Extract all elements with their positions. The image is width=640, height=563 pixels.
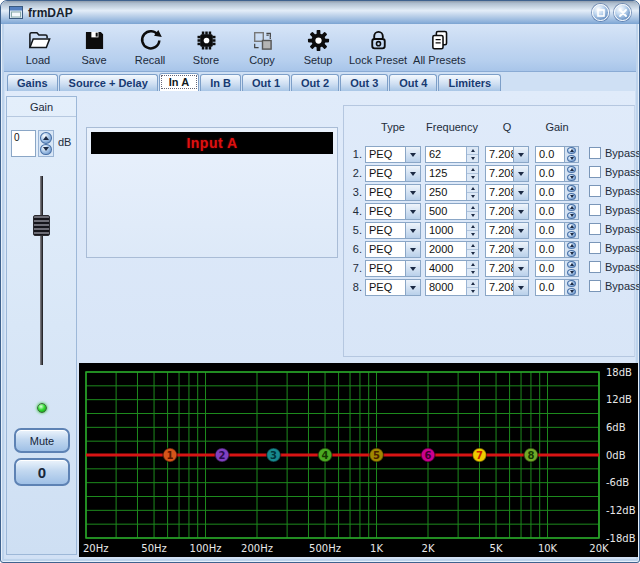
frequency-input[interactable]: 8000 (425, 279, 479, 296)
dropdown-arrow-icon[interactable] (513, 166, 528, 181)
q-select[interactable]: 7.208 (485, 146, 529, 163)
spin-up-button[interactable] (467, 166, 478, 174)
spin-up-button[interactable] (467, 223, 478, 231)
spin-up-button[interactable] (467, 242, 478, 250)
eq-band-handle[interactable]: 4 (318, 448, 332, 462)
gain-stepper[interactable] (564, 185, 578, 200)
spin-down-button[interactable] (467, 288, 478, 295)
frequency-stepper[interactable] (466, 242, 478, 257)
spin-down-button[interactable] (567, 250, 576, 257)
gain-level-button[interactable]: 0 (14, 458, 70, 486)
tab-in-a[interactable]: In A (159, 73, 199, 91)
frequency-stepper[interactable] (466, 204, 478, 219)
bypass-checkbox[interactable] (589, 147, 601, 159)
lock-preset-button[interactable]: Lock Preset (346, 27, 410, 67)
gain-slider-handle[interactable] (33, 215, 50, 236)
spin-up-button[interactable] (567, 166, 576, 173)
gain-stepper[interactable] (564, 280, 578, 295)
eq-band-handle[interactable]: 1 (163, 448, 177, 462)
spin-down-button[interactable] (467, 231, 478, 238)
spin-down-button[interactable] (40, 144, 52, 156)
filter-type-select[interactable]: PEQ (365, 279, 421, 296)
gain-input[interactable]: 0.0 (535, 279, 579, 296)
frequency-input[interactable]: 1000 (425, 222, 479, 239)
store-button[interactable]: Store (178, 27, 234, 67)
dropdown-arrow-icon[interactable] (405, 204, 420, 219)
dropdown-arrow-icon[interactable] (405, 223, 420, 238)
frequency-input[interactable]: 125 (425, 165, 479, 182)
eq-band-handle[interactable]: 7 (472, 448, 486, 462)
gain-input[interactable]: 0.0 (535, 184, 579, 201)
gain-input[interactable]: 0.0 (535, 146, 579, 163)
spin-up-button[interactable] (567, 242, 576, 249)
copy-button[interactable]: Copy (234, 27, 290, 67)
filter-type-select[interactable]: PEQ (365, 146, 421, 163)
frequency-input[interactable]: 62 (425, 146, 479, 163)
spin-down-button[interactable] (467, 174, 478, 181)
frequency-input[interactable]: 2000 (425, 241, 479, 258)
tab-out-1[interactable]: Out 1 (242, 74, 290, 91)
spin-down-button[interactable] (467, 250, 478, 257)
dropdown-arrow-icon[interactable] (513, 223, 528, 238)
tab-in-b[interactable]: In B (200, 74, 241, 91)
dropdown-arrow-icon[interactable] (405, 147, 420, 162)
filter-type-select[interactable]: PEQ (365, 260, 421, 277)
dropdown-arrow-icon[interactable] (513, 242, 528, 257)
tab-out-4[interactable]: Out 4 (389, 74, 437, 91)
gain-input[interactable]: 0.0 (535, 165, 579, 182)
title-bar[interactable]: frmDAP (1, 1, 639, 24)
gain-input[interactable]: 0.0 (535, 260, 579, 277)
gain-input[interactable]: 0.0 (535, 203, 579, 220)
dropdown-arrow-icon[interactable] (405, 280, 420, 295)
filter-type-select[interactable]: PEQ (365, 222, 421, 239)
gain-stepper[interactable] (564, 242, 578, 257)
spin-down-button[interactable] (567, 231, 576, 238)
filter-type-select[interactable]: PEQ (365, 184, 421, 201)
spin-up-button[interactable] (467, 261, 478, 269)
bypass-checkbox[interactable] (589, 223, 601, 235)
frequency-stepper[interactable] (466, 261, 478, 276)
bypass-checkbox[interactable] (589, 185, 601, 197)
dropdown-arrow-icon[interactable] (405, 242, 420, 257)
filter-type-select[interactable]: PEQ (365, 203, 421, 220)
dropdown-arrow-icon[interactable] (405, 166, 420, 181)
frequency-stepper[interactable] (466, 147, 478, 162)
dropdown-arrow-icon[interactable] (513, 204, 528, 219)
filter-type-select[interactable]: PEQ (365, 165, 421, 182)
spin-down-button[interactable] (567, 269, 576, 276)
frequency-stepper[interactable] (466, 223, 478, 238)
bypass-checkbox[interactable] (589, 261, 601, 273)
frequency-input[interactable]: 4000 (425, 260, 479, 277)
spin-down-button[interactable] (467, 155, 478, 162)
dropdown-arrow-icon[interactable] (513, 280, 528, 295)
spin-down-button[interactable] (567, 212, 576, 219)
frequency-stepper[interactable] (466, 166, 478, 181)
spin-down-button[interactable] (567, 174, 576, 181)
all-presets-button[interactable]: All Presets (410, 27, 469, 67)
tab-gains[interactable]: Gains (7, 74, 58, 91)
spin-up-button[interactable] (567, 204, 576, 211)
q-select[interactable]: 7.208 (485, 165, 529, 182)
q-select[interactable]: 7.208 (485, 184, 529, 201)
q-select[interactable]: 7.208 (485, 222, 529, 239)
gain-stepper[interactable] (564, 204, 578, 219)
spin-down-button[interactable] (467, 269, 478, 276)
spin-up-button[interactable] (567, 223, 576, 230)
gain-input[interactable]: 0.0 (535, 241, 579, 258)
q-select[interactable]: 7.208 (485, 260, 529, 277)
dropdown-arrow-icon[interactable] (405, 261, 420, 276)
q-select[interactable]: 7.208 (485, 203, 529, 220)
maximize-button[interactable] (592, 4, 609, 21)
tab-limiters[interactable]: Limiters (438, 74, 501, 91)
spin-down-button[interactable] (567, 193, 576, 200)
gain-input[interactable]: 0.0 (535, 222, 579, 239)
save-button[interactable]: Save (66, 27, 122, 67)
dropdown-arrow-icon[interactable] (405, 185, 420, 200)
gain-value-field[interactable]: 0 (11, 130, 36, 157)
eq-band-handle[interactable]: 5 (370, 448, 384, 462)
dropdown-arrow-icon[interactable] (513, 261, 528, 276)
bypass-checkbox[interactable] (589, 280, 601, 292)
mute-button[interactable]: Mute (14, 428, 70, 453)
close-button[interactable] (614, 4, 631, 21)
spin-down-button[interactable] (467, 212, 478, 219)
